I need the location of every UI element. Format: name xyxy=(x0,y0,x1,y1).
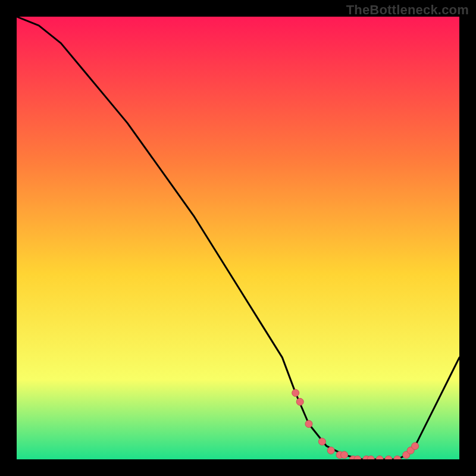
chart-frame: TheBottleneck.com xyxy=(0,0,476,476)
marker-dot xyxy=(327,447,334,454)
marker-dot xyxy=(412,443,419,450)
marker-dot xyxy=(292,389,299,396)
marker-dot xyxy=(318,438,325,445)
chart-svg xyxy=(17,17,459,459)
gradient-background xyxy=(17,17,459,459)
marker-dot xyxy=(296,398,303,405)
plot-area xyxy=(17,17,459,459)
watermark-text: TheBottleneck.com xyxy=(346,2,469,18)
marker-dot xyxy=(305,421,312,428)
marker-dot xyxy=(341,452,348,459)
